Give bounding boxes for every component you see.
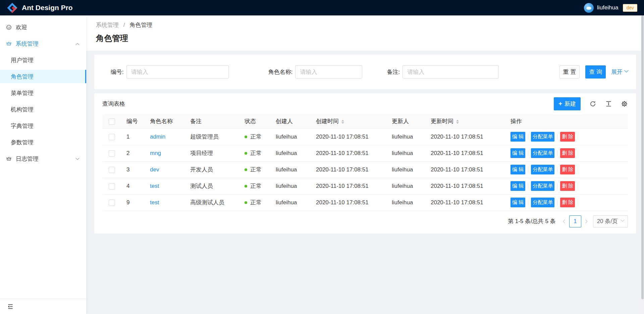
next-page-icon[interactable] [584,220,587,223]
sort-carets-icon[interactable] [456,120,459,124]
delete-button[interactable]: 删 除 [560,198,575,207]
edit-button[interactable]: 编 辑 [511,181,525,191]
row-checkbox[interactable] [109,150,115,157]
user-name: liufeihua [597,4,618,11]
role-name-link[interactable]: admin [150,134,165,140]
menu-fold-icon[interactable] [7,303,14,310]
sidebar-item-label: 系统管理 [16,40,39,48]
row-checkbox[interactable] [109,134,115,140]
new-button[interactable]: + 新建 [554,97,581,110]
status-badge: 正常 [245,182,265,190]
remark-input[interactable] [402,65,499,78]
sidebar-item-log-mgmt[interactable]: 日志管理 [0,152,86,165]
cell-updated-time: 2020-11-10 17:08:51 [425,178,505,194]
user-menu[interactable]: liufeihua dev [584,3,637,13]
col-header-remark: 备注 [185,114,239,128]
cell-actions: 编 辑分配菜单删 除 [505,145,628,161]
cell-updater: liufeihua [386,145,425,161]
sidebar-item-system-mgmt[interactable]: 系统管理 [0,37,86,50]
sidebar-item-dict-mgmt[interactable]: 字典管理 [0,119,86,133]
delete-button[interactable]: 删 除 [560,165,575,174]
delete-button[interactable]: 删 除 [560,148,575,158]
settings-gear-icon[interactable] [621,100,628,107]
id-input[interactable] [126,65,229,78]
status-dot-icon [245,168,247,171]
status-badge: 正常 [245,149,265,157]
assign-menu-button[interactable]: 分配菜单 [531,198,554,207]
page-header: 系统管理 / 角色管理 角色管理 [86,15,644,51]
assign-menu-button[interactable]: 分配菜单 [531,181,554,191]
sidebar-item-org-mgmt[interactable]: 机构管理 [0,103,86,116]
crown-icon [6,41,12,47]
cell-creator: liufeihua [270,178,311,194]
sidebar-menu: 欢迎 系统管理 用户管理 角色管理 菜单管理 机构管理 字典管理 [0,15,86,165]
page-title: 角色管理 [96,33,634,44]
cell-remark: 高级测试人员 [185,194,239,211]
user-avatar [584,3,594,13]
cell-remark: 测试人员 [185,178,239,194]
pagination-total: 第 1-5 条/总共 5 条 [508,217,556,225]
column-height-icon[interactable] [605,100,612,107]
edit-button[interactable]: 编 辑 [511,148,525,158]
cell-id: 1 [121,128,145,145]
role-name-link[interactable]: dev [150,166,159,173]
col-header-created-time[interactable]: 创建时间 [311,114,386,128]
status-badge: 正常 [245,199,265,206]
status-dot-icon [245,185,247,188]
row-checkbox[interactable] [109,200,115,206]
scrollbar[interactable] [641,15,644,314]
query-button[interactable]: 查 询 [585,65,606,78]
role-name-link[interactable]: test [150,199,159,206]
role-name-link[interactable]: test [150,183,159,189]
col-header-updated-time[interactable]: 更新时间 [425,114,505,128]
cell-updater: liufeihua [386,161,425,178]
search-field-remark: 备注: [387,65,499,78]
row-checkbox[interactable] [109,183,115,190]
row-checkbox[interactable] [109,167,115,173]
cell-actions: 编 辑分配菜单删 除 [505,194,628,211]
assign-menu-button[interactable]: 分配菜单 [531,148,554,158]
breadcrumb: 系统管理 / 角色管理 [96,21,634,29]
content: 系统管理 / 角色管理 角色管理 编号: 角色名称: 备注: 重 置 查 询 展… [86,0,644,233]
select-all-checkbox[interactable] [109,118,115,125]
cell-id: 3 [121,161,145,178]
reset-button[interactable]: 重 置 [559,65,580,78]
breadcrumb-separator: / [123,22,125,28]
reload-icon[interactable] [589,100,596,107]
cell-updater: liufeihua [386,178,425,194]
sidebar-item-role-mgmt[interactable]: 角色管理 [0,70,86,83]
role-name-link[interactable]: mng [150,150,161,156]
cell-updated-time: 2020-11-10 17:08:51 [425,128,505,145]
cell-actions: 编 辑分配菜单删 除 [505,128,628,145]
delete-button[interactable]: 删 除 [560,181,575,191]
logo-area[interactable]: Ant Design Pro [7,2,73,13]
page-number-button[interactable]: 1 [569,215,581,227]
prev-page-icon[interactable] [564,220,566,223]
page-size-select[interactable]: 20 条/页 [593,215,628,227]
col-header-status: 状态 [239,114,270,128]
sidebar-item-user-mgmt[interactable]: 用户管理 [0,53,86,67]
assign-menu-button[interactable]: 分配菜单 [531,132,554,142]
edit-button[interactable]: 编 辑 [511,132,525,142]
edit-button[interactable]: 编 辑 [511,198,525,207]
edit-button[interactable]: 编 辑 [511,165,525,174]
sort-carets-icon[interactable] [341,120,344,124]
table-title: 查询表格 [102,100,125,108]
sidebar-item-menu-mgmt[interactable]: 菜单管理 [0,86,86,100]
assign-menu-button[interactable]: 分配菜单 [531,165,554,174]
col-header-id: 编号 [121,114,145,128]
breadcrumb-parent[interactable]: 系统管理 [96,22,119,28]
table-row: 4 test 测试人员 正常 liufeihua 2020-11-10 17:0… [102,178,628,194]
table-wrap: 编号 角色名称 备注 状态 创建人 创建时间 更新人 更新时间 操作 [94,114,636,211]
status-badge: 正常 [245,166,265,173]
role-name-input[interactable] [295,65,362,78]
sidebar-item-param-mgmt[interactable]: 参数管理 [0,136,86,149]
chevron-down-icon [76,155,79,162]
breadcrumb-current: 角色管理 [129,22,152,28]
delete-button[interactable]: 删 除 [560,132,575,142]
sidebar-item-welcome[interactable]: 欢迎 [0,20,86,34]
field-label: 角色名称: [268,68,293,76]
expand-link[interactable]: 展开 [611,68,628,76]
table-row: 2 mng 项目经理 正常 liufeihua 2020-11-10 17:08… [102,145,628,161]
cell-id: 2 [121,145,145,161]
